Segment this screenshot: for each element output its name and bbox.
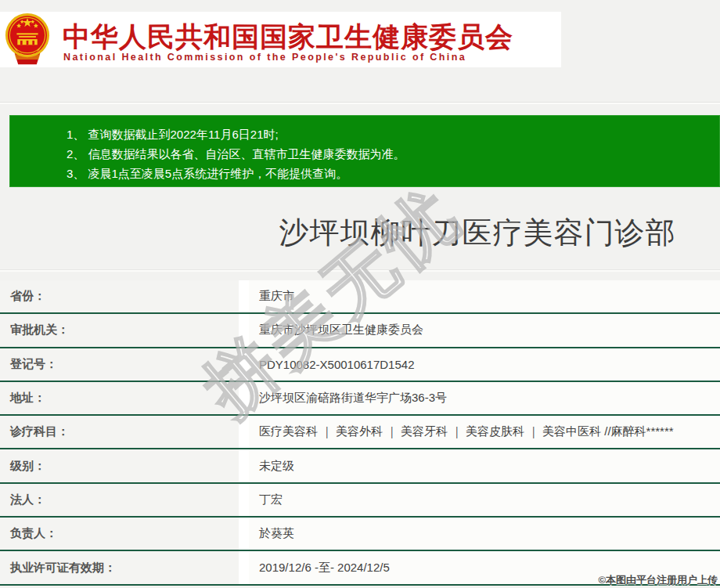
column-gap [239,416,249,448]
field-label-address: 地址： [0,382,239,414]
field-value-legal-person: 丁宏 [249,484,720,516]
header-divider [0,102,720,104]
column-gap [239,484,249,516]
field-value-province: 重庆市 [249,280,720,312]
field-label-license-validity: 执业许可证有效期： [0,551,239,583]
field-label-province: 省份： [0,280,239,312]
china-national-emblem-icon [5,12,50,67]
field-label-approval-authority: 审批机关： [0,314,239,346]
institution-info-table: 省份： 重庆市 审批机关： 重庆市沙坪坝区卫生健康委员会 登记号： PDY100… [0,280,720,586]
table-row-level: 级别： 未定级 [0,449,720,483]
field-label-responsible-person: 负责人： [0,518,239,550]
site-header: 中华人民共和国国家卫生健康委员会 National Health Commiss… [0,12,561,67]
table-row-registration-number: 登记号： PDY10082-X50010617D1542 [0,348,720,382]
table-top-divider [0,269,720,272]
field-label-registration-number: 登记号： [0,348,239,381]
notice-line-1: 1、 查询数据截止到2022年11月6日21时; [67,124,719,144]
upload-attribution-stamp: ©本图由平台注册用户上传 [598,573,718,587]
field-label-level: 级别： [0,449,239,482]
header-title-english: National Health Commission of the People… [63,52,466,63]
field-value-address: 沙坪坝区渝碚路街道华宇广场36-3号 [249,382,720,414]
table-row-legal-person: 法人： 丁宏 [0,484,720,518]
table-row-province: 省份： 重庆市 [0,280,720,314]
table-row-responsible-person: 负责人： 於葵英 [0,518,720,551]
column-gap [239,348,249,381]
column-gap [239,280,249,312]
notice-box: 1、 查询数据截止到2022年11月6日21时; 2、 信息数据结果以各省、自治… [9,115,720,187]
column-gap [239,551,249,583]
field-value-responsible-person: 於葵英 [249,518,720,550]
field-value-approval-authority: 重庆市沙坪坝区卫生健康委员会 [249,314,720,346]
notice-line-3: 3、 凌晨1点至凌晨5点系统进行维护，不能提供查询。 [67,164,719,183]
nhc-query-result-page: 中华人民共和国国家卫生健康委员会 National Health Commiss… [0,0,720,588]
field-value-registration-number: PDY10082-X50010617D1542 [249,348,720,381]
column-gap [239,449,249,482]
table-row-medical-subjects: 诊疗科目： 医疗美容科 ｜ 美容外科 ｜ 美容牙科 ｜ 美容皮肤科 ｜ 美容中医… [0,416,720,449]
notice-line-2: 2、 信息数据结果以各省、自治区、直辖市卫生健康委数据为准。 [67,144,719,164]
header-title-chinese: 中华人民共和国国家卫生健康委员会 [63,19,513,56]
table-row-approval-authority: 审批机关： 重庆市沙坪坝区卫生健康委员会 [0,314,720,348]
field-value-level: 未定级 [249,449,720,482]
field-label-legal-person: 法人： [0,484,239,516]
column-gap [239,382,249,414]
institution-name-title: 沙坪坝柳叶刀医疗美容门诊部 [235,213,720,253]
table-row-address: 地址： 沙坪坝区渝碚路街道华宇广场36-3号 [0,382,720,416]
column-gap [239,314,249,346]
field-value-medical-subjects: 医疗美容科 ｜ 美容外科 ｜ 美容牙科 ｜ 美容皮肤科 ｜ 美容中医科 //麻醉… [249,416,720,448]
field-label-medical-subjects: 诊疗科目： [0,416,239,448]
column-gap [239,518,249,550]
